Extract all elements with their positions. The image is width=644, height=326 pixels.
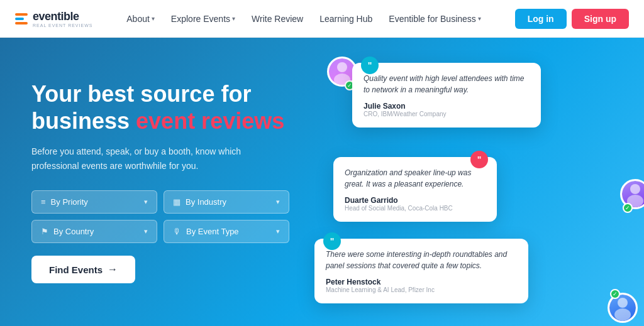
logo[interactable]: eventible REAL EVENT REVIEWS <box>15 10 92 28</box>
chevron-down-icon: ▾ <box>478 15 481 22</box>
check-badge-2: ✓ <box>623 203 633 213</box>
filter-grid: ≡ By Priority ▾ ▦ By Industry ▾ ⚑ By Cou… <box>31 190 289 243</box>
nav-write-review[interactable]: Write Review <box>245 10 309 28</box>
filter-priority[interactable]: ≡ By Priority ▾ <box>31 190 157 214</box>
login-button[interactable]: Log in <box>515 9 567 29</box>
hero-subtitle: Before you attend, speak, or buy a booth… <box>31 144 270 173</box>
nav-explore-events[interactable]: Explore Events ▾ <box>165 10 242 28</box>
reviewer-title-1: CRO, IBM/Weather Company <box>364 111 530 117</box>
filter-event-type[interactable]: 🎙 By Event Type ▾ <box>164 220 289 243</box>
chevron-down-icon: ▾ <box>276 198 280 206</box>
quote-icon-2: " <box>470 151 488 168</box>
filter-industry-icon: ▦ <box>173 197 180 207</box>
review-card-1: " Quality event with high level attendee… <box>352 63 541 128</box>
logo-text: eventible REAL EVENT REVIEWS <box>33 10 92 28</box>
quote-icon-3: " <box>323 232 341 250</box>
reviewer-title-3: Machine Learning & AI Lead, Pfizer Inc <box>326 286 517 293</box>
hero-title-colored: event reviews <box>136 108 284 134</box>
find-events-button[interactable]: Find Events → <box>31 256 135 283</box>
logo-bar-3 <box>15 22 28 24</box>
svg-point-4 <box>618 298 628 308</box>
logo-bar-2 <box>15 18 24 20</box>
filter-country[interactable]: ⚑ By Country ▾ <box>31 220 157 243</box>
arrow-right-icon: → <box>108 264 118 275</box>
reviewer-name-1: Julie Saxon <box>364 102 530 111</box>
filter-industry[interactable]: ▦ By Industry ▾ <box>164 190 289 214</box>
hero-right: ✓ " Quality event with high level attend… <box>314 38 644 326</box>
nav-learning-hub[interactable]: Learning Hub <box>313 10 379 28</box>
hero-title: Your best source for business event revi… <box>31 80 289 134</box>
reviewer-name-3: Peter Henstock <box>326 278 517 286</box>
logo-icon <box>15 13 28 24</box>
logo-tagline: REAL EVENT REVIEWS <box>33 23 92 28</box>
chevron-down-icon: ▾ <box>144 227 148 236</box>
svg-point-0 <box>337 62 347 72</box>
hero-section: Your best source for business event revi… <box>0 38 644 326</box>
filter-priority-icon: ≡ <box>41 197 46 207</box>
chevron-down-icon: ▾ <box>232 15 235 22</box>
review-card-3: " There were some interesting in-depth r… <box>314 239 528 303</box>
reviewer-title-2: Head of Social Media, Coca-Cola HBC <box>345 205 486 212</box>
nav-eventible-business[interactable]: Eventible for Business ▾ <box>382 10 487 28</box>
review-text-1: Quality event with high level attendees … <box>364 73 530 95</box>
chevron-down-icon: ▾ <box>152 15 155 22</box>
svg-point-2 <box>630 184 640 194</box>
svg-point-5 <box>614 308 631 321</box>
chevron-down-icon: ▾ <box>276 227 280 236</box>
filter-country-icon: ⚑ <box>41 227 48 236</box>
navbar: eventible REAL EVENT REVIEWS About ▾ Exp… <box>0 0 644 38</box>
chevron-down-icon: ▾ <box>144 198 148 206</box>
nav-actions: Log in Sign up <box>515 9 629 29</box>
review-card-2: " Organization and speaker line-up was g… <box>333 157 497 222</box>
reviewer-name-2: Duarte Garrido <box>345 196 486 205</box>
signup-button[interactable]: Sign up <box>572 9 629 29</box>
filter-event-type-icon: 🎙 <box>173 227 181 236</box>
nav-about[interactable]: About ▾ <box>120 10 161 28</box>
quote-icon-1: " <box>361 57 379 74</box>
check-badge-3: ✓ <box>610 289 620 299</box>
review-text-3: There were some interesting in-depth rou… <box>326 249 517 271</box>
logo-name: eventible <box>33 10 92 23</box>
nav-links: About ▾ Explore Events ▾ Write Review Le… <box>120 10 487 28</box>
review-text-2: Organization and speaker line-up was gre… <box>345 167 486 190</box>
logo-bar-1 <box>15 13 28 16</box>
hero-left: Your best source for business event revi… <box>0 55 314 308</box>
